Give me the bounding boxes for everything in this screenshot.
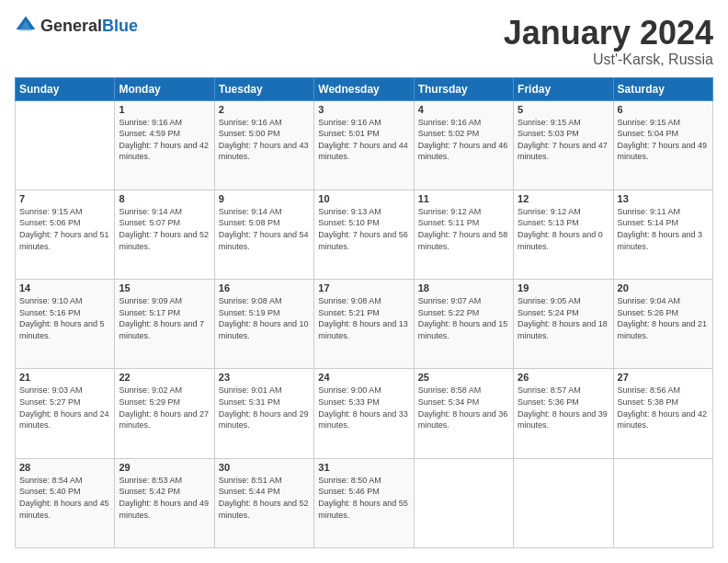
cell-week4-day3: 24Sunrise: 9:00 AMSunset: 5:33 PMDayligh… — [314, 369, 414, 458]
day-info: Sunrise: 9:14 AMSunset: 5:07 PMDaylight:… — [119, 206, 210, 252]
header-sunday: Sunday — [16, 77, 115, 100]
day-number: 8 — [119, 193, 210, 204]
day-number: 5 — [518, 104, 609, 115]
day-number: 19 — [518, 282, 609, 293]
day-info: Sunrise: 9:15 AMSunset: 5:06 PMDaylight:… — [19, 206, 110, 252]
day-number: 9 — [219, 193, 310, 204]
cell-week2-day2: 9Sunrise: 9:14 AMSunset: 5:08 PMDaylight… — [214, 190, 313, 279]
logo-general: General — [40, 17, 102, 35]
cell-week1-day6: 6Sunrise: 9:15 AMSunset: 5:04 PMDaylight… — [613, 100, 712, 190]
day-info: Sunrise: 9:16 AMSunset: 5:00 PMDaylight:… — [219, 117, 310, 163]
cell-week4-day1: 22Sunrise: 9:02 AMSunset: 5:29 PMDayligh… — [115, 369, 214, 458]
page: GeneralBlue January 2024 Ust'-Karsk, Rus… — [0, 0, 728, 563]
cell-week4-day6: 27Sunrise: 8:56 AMSunset: 5:38 PMDayligh… — [613, 369, 712, 458]
day-number: 29 — [119, 462, 210, 473]
day-info: Sunrise: 9:01 AMSunset: 5:31 PMDaylight:… — [219, 385, 310, 431]
day-info: Sunrise: 8:50 AMSunset: 5:46 PMDaylight:… — [318, 475, 409, 521]
week-row-4: 21Sunrise: 9:03 AMSunset: 5:27 PMDayligh… — [16, 369, 713, 458]
day-number: 25 — [418, 372, 509, 383]
day-info: Sunrise: 9:05 AMSunset: 5:24 PMDaylight:… — [518, 295, 609, 341]
cell-week2-day3: 10Sunrise: 9:13 AMSunset: 5:10 PMDayligh… — [314, 190, 414, 279]
day-number: 20 — [618, 282, 709, 293]
logo-text: GeneralBlue — [40, 17, 138, 36]
day-number: 22 — [119, 372, 210, 383]
day-info: Sunrise: 8:54 AMSunset: 5:40 PMDaylight:… — [19, 475, 110, 521]
day-number: 16 — [219, 282, 310, 293]
header-saturday: Saturday — [613, 77, 712, 100]
cell-week3-day4: 18Sunrise: 9:07 AMSunset: 5:22 PMDayligh… — [414, 280, 513, 369]
day-info: Sunrise: 9:16 AMSunset: 4:59 PMDaylight:… — [119, 117, 210, 163]
day-number: 7 — [19, 193, 110, 204]
cell-week1-day4: 4Sunrise: 9:16 AMSunset: 5:02 PMDaylight… — [414, 100, 513, 190]
cell-week5-day2: 30Sunrise: 8:51 AMSunset: 5:44 PMDayligh… — [214, 458, 313, 547]
cell-week4-day4: 25Sunrise: 8:58 AMSunset: 5:34 PMDayligh… — [414, 369, 513, 458]
day-number: 15 — [119, 282, 210, 293]
day-number: 10 — [318, 193, 409, 204]
day-info: Sunrise: 8:53 AMSunset: 5:42 PMDaylight:… — [119, 475, 210, 521]
cell-week1-day2: 2Sunrise: 9:16 AMSunset: 5:00 PMDaylight… — [214, 100, 313, 190]
cell-week1-day3: 3Sunrise: 9:16 AMSunset: 5:01 PMDaylight… — [314, 100, 414, 190]
calendar-table: Sunday Monday Tuesday Wednesday Thursday… — [15, 77, 713, 548]
header-wednesday: Wednesday — [314, 77, 414, 100]
title-block: January 2024 Ust'-Karsk, Russia — [504, 15, 713, 68]
day-info: Sunrise: 9:00 AMSunset: 5:33 PMDaylight:… — [318, 385, 409, 431]
cell-week3-day1: 15Sunrise: 9:09 AMSunset: 5:17 PMDayligh… — [115, 280, 214, 369]
cell-week2-day0: 7Sunrise: 9:15 AMSunset: 5:06 PMDaylight… — [16, 190, 115, 279]
day-number: 13 — [618, 193, 709, 204]
day-number: 17 — [318, 282, 409, 293]
logo: GeneralBlue — [15, 15, 138, 37]
day-info: Sunrise: 9:11 AMSunset: 5:14 PMDaylight:… — [618, 206, 709, 252]
day-info: Sunrise: 8:56 AMSunset: 5:38 PMDaylight:… — [618, 385, 709, 431]
week-row-5: 28Sunrise: 8:54 AMSunset: 5:40 PMDayligh… — [16, 458, 713, 547]
day-number: 18 — [418, 282, 509, 293]
week-row-2: 7Sunrise: 9:15 AMSunset: 5:06 PMDaylight… — [16, 190, 713, 279]
cell-week4-day5: 26Sunrise: 8:57 AMSunset: 5:36 PMDayligh… — [514, 369, 613, 458]
day-number: 4 — [418, 104, 509, 115]
header-monday: Monday — [115, 77, 214, 100]
cell-week3-day6: 20Sunrise: 9:04 AMSunset: 5:26 PMDayligh… — [613, 280, 712, 369]
day-info: Sunrise: 9:15 AMSunset: 5:04 PMDaylight:… — [618, 117, 709, 163]
cell-week2-day1: 8Sunrise: 9:14 AMSunset: 5:07 PMDaylight… — [115, 190, 214, 279]
cell-week3-day3: 17Sunrise: 9:08 AMSunset: 5:21 PMDayligh… — [314, 280, 414, 369]
day-info: Sunrise: 9:09 AMSunset: 5:17 PMDaylight:… — [119, 295, 210, 341]
day-info: Sunrise: 9:16 AMSunset: 5:02 PMDaylight:… — [418, 117, 509, 163]
day-info: Sunrise: 9:10 AMSunset: 5:16 PMDaylight:… — [19, 295, 110, 341]
day-info: Sunrise: 9:14 AMSunset: 5:08 PMDaylight:… — [219, 206, 310, 252]
day-number: 21 — [19, 372, 110, 383]
cell-week2-day4: 11Sunrise: 9:12 AMSunset: 5:11 PMDayligh… — [414, 190, 513, 279]
day-number: 14 — [19, 282, 110, 293]
cell-week2-day5: 12Sunrise: 9:12 AMSunset: 5:13 PMDayligh… — [514, 190, 613, 279]
day-info: Sunrise: 9:04 AMSunset: 5:26 PMDaylight:… — [618, 295, 709, 341]
cell-week3-day5: 19Sunrise: 9:05 AMSunset: 5:24 PMDayligh… — [514, 280, 613, 369]
header-friday: Friday — [514, 77, 613, 100]
cell-week1-day5: 5Sunrise: 9:15 AMSunset: 5:03 PMDaylight… — [514, 100, 613, 190]
cell-week2-day6: 13Sunrise: 9:11 AMSunset: 5:14 PMDayligh… — [613, 190, 712, 279]
logo-blue: Blue — [102, 17, 138, 35]
weekday-header-row: Sunday Monday Tuesday Wednesday Thursday… — [16, 77, 713, 100]
day-number: 30 — [219, 462, 310, 473]
header: GeneralBlue January 2024 Ust'-Karsk, Rus… — [15, 15, 713, 68]
day-info: Sunrise: 9:15 AMSunset: 5:03 PMDaylight:… — [518, 117, 609, 163]
month-title: January 2024 — [504, 15, 713, 52]
cell-week1-day1: 1Sunrise: 9:16 AMSunset: 4:59 PMDaylight… — [115, 100, 214, 190]
cell-week5-day1: 29Sunrise: 8:53 AMSunset: 5:42 PMDayligh… — [115, 458, 214, 547]
week-row-3: 14Sunrise: 9:10 AMSunset: 5:16 PMDayligh… — [16, 280, 713, 369]
logo-icon — [15, 15, 37, 37]
day-info: Sunrise: 9:07 AMSunset: 5:22 PMDaylight:… — [418, 295, 509, 341]
day-info: Sunrise: 8:57 AMSunset: 5:36 PMDaylight:… — [518, 385, 609, 431]
day-info: Sunrise: 9:13 AMSunset: 5:10 PMDaylight:… — [318, 206, 409, 252]
day-number: 23 — [219, 372, 310, 383]
day-number: 11 — [418, 193, 509, 204]
cell-week4-day2: 23Sunrise: 9:01 AMSunset: 5:31 PMDayligh… — [214, 369, 313, 458]
cell-week5-day4 — [414, 458, 513, 547]
day-number: 24 — [318, 372, 409, 383]
cell-week5-day0: 28Sunrise: 8:54 AMSunset: 5:40 PMDayligh… — [16, 458, 115, 547]
day-number: 3 — [318, 104, 409, 115]
day-info: Sunrise: 9:08 AMSunset: 5:21 PMDaylight:… — [318, 295, 409, 341]
cell-week1-day0 — [16, 100, 115, 190]
day-info: Sunrise: 9:12 AMSunset: 5:13 PMDaylight:… — [518, 206, 609, 252]
cell-week5-day6 — [613, 458, 712, 547]
header-thursday: Thursday — [414, 77, 513, 100]
day-info: Sunrise: 9:08 AMSunset: 5:19 PMDaylight:… — [219, 295, 310, 341]
day-number: 2 — [219, 104, 310, 115]
